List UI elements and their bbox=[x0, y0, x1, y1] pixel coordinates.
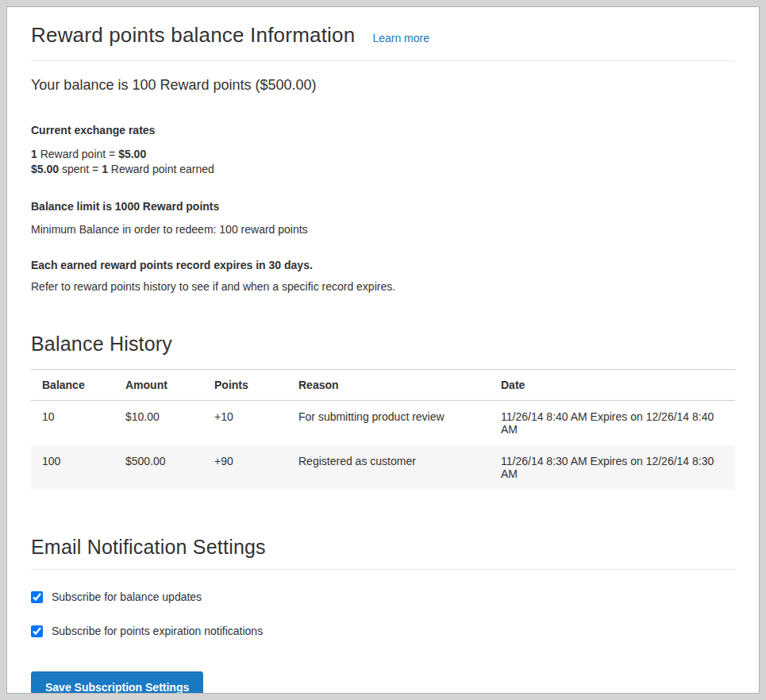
cell-balance: 10 bbox=[31, 401, 114, 446]
rate-earn-middle: Reward point = bbox=[37, 148, 118, 160]
expiration-notifications-checkbox[interactable] bbox=[31, 625, 43, 637]
reward-points-card: Reward points balance Information Learn … bbox=[6, 6, 760, 694]
page-header: Reward points balance Information Learn … bbox=[31, 23, 735, 61]
balance-updates-option: Subscribe for balance updates bbox=[31, 590, 735, 603]
rate-earn-points: 1 bbox=[31, 148, 37, 160]
table-header-row: Balance Amount Points Reason Date bbox=[31, 370, 735, 401]
table-row: 10 $10.00 +10 For submitting product rev… bbox=[31, 401, 735, 446]
cell-reason: Registered as customer bbox=[287, 445, 490, 490]
exchange-rates-heading: Current exchange rates bbox=[31, 124, 735, 137]
rate-earn-money: $5.00 bbox=[118, 148, 146, 160]
column-header-reason: Reason bbox=[287, 370, 490, 401]
rate-spend-middle: spent = bbox=[59, 163, 102, 175]
cell-date: 11/26/14 8:30 AM Expires on 12/26/14 8:3… bbox=[490, 445, 735, 490]
balance-history-table: Balance Amount Points Reason Date 10 $10… bbox=[31, 369, 735, 490]
column-header-balance: Balance bbox=[31, 370, 114, 401]
cell-points: +10 bbox=[203, 401, 287, 446]
cell-reason: For submitting product review bbox=[287, 401, 490, 446]
save-subscription-settings-button[interactable]: Save Subscription Settings bbox=[31, 671, 203, 694]
cell-balance: 100 bbox=[31, 445, 114, 490]
rate-spend-line: $5.00 spent = 1 Reward point earned bbox=[31, 162, 735, 177]
page-title: Reward points balance Information bbox=[31, 23, 355, 48]
expiry-note: Refer to reward points history to see if… bbox=[31, 280, 735, 293]
expiration-notifications-label: Subscribe for points expiration notifica… bbox=[52, 625, 263, 637]
cell-date: 11/26/14 8:40 AM Expires on 12/26/14 8:4… bbox=[490, 401, 735, 446]
column-header-points: Points bbox=[203, 370, 287, 401]
rate-spend-money: $5.00 bbox=[31, 163, 59, 175]
table-row: 100 $500.00 +90 Registered as customer 1… bbox=[31, 445, 735, 490]
exchange-rates-block: 1 Reward point = $5.00 $5.00 spent = 1 R… bbox=[31, 147, 735, 177]
balance-updates-label: Subscribe for balance updates bbox=[52, 590, 202, 603]
rate-spend-tail: Reward point earned bbox=[108, 163, 214, 175]
cell-points: +90 bbox=[203, 445, 287, 490]
email-settings-title: Email Notification Settings bbox=[31, 536, 735, 559]
learn-more-link[interactable]: Learn more bbox=[372, 32, 429, 44]
cell-amount: $500.00 bbox=[114, 445, 203, 490]
minimum-balance-text: Minimum Balance in order to redeem: 100 … bbox=[31, 223, 735, 236]
balance-summary: Your balance is 100 Reward points ($500.… bbox=[31, 77, 735, 94]
column-header-amount: Amount bbox=[114, 370, 203, 401]
cell-amount: $10.00 bbox=[114, 401, 203, 446]
column-header-date: Date bbox=[490, 370, 735, 401]
balance-updates-checkbox[interactable] bbox=[31, 591, 43, 603]
balance-limit-heading: Balance limit is 1000 Reward points bbox=[31, 200, 735, 213]
balance-history-title: Balance History bbox=[31, 333, 735, 356]
expiry-heading: Each earned reward points record expires… bbox=[31, 259, 735, 271]
rate-spend-points: 1 bbox=[102, 163, 108, 175]
rate-earn-line: 1 Reward point = $5.00 bbox=[31, 147, 735, 162]
expiration-notifications-option: Subscribe for points expiration notifica… bbox=[31, 625, 735, 637]
email-settings-header: Email Notification Settings bbox=[31, 536, 735, 570]
